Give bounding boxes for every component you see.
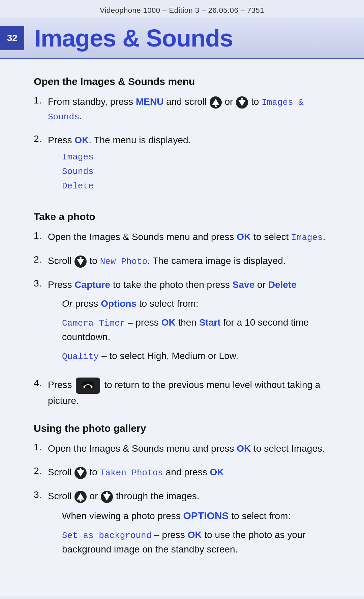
ok-keyword: OK: [161, 317, 176, 328]
start-keyword: Start: [199, 317, 221, 328]
capture-keyword: Capture: [74, 279, 110, 290]
options-caps-keyword: OPTIONS: [183, 510, 229, 521]
svg-rect-11: [91, 386, 92, 388]
phone-end-icon: [82, 381, 94, 389]
step-photo-4: 4. Press to return to the previous menu …: [34, 378, 337, 408]
or-options: Or press Options to select from:: [62, 297, 337, 311]
step-num: 2.: [34, 133, 48, 144]
svg-point-17: [80, 500, 82, 502]
step-photo-1: 1. Open the Images & Sounds menu and pre…: [34, 230, 337, 244]
step-num: 2.: [34, 254, 48, 265]
taken-photos-link: Taken Photos: [100, 468, 163, 478]
page-header: Videophone 1000 – Edition 3 – 26.05.06 –…: [0, 0, 364, 18]
section-open-menu: Open the Images & Sounds menu 1. From st…: [34, 76, 337, 196]
step-gallery-2: 2. Scroll to Taken Photos and press OK: [34, 465, 337, 480]
step-gallery-3: 3. Scroll or through the images. When vi…: [34, 489, 337, 561]
step-open-1: 1. From standby, press MENU and scroll o…: [34, 95, 337, 124]
step-open-2: 2. Press OK. The menu is displayed. Imag…: [34, 133, 337, 196]
step-content: Press OK. The menu is displayed. Images …: [48, 133, 191, 196]
step-content: From standby, press MENU and scroll or t…: [48, 95, 304, 124]
set-as-background-option: Set as background – press OK to use the …: [62, 528, 337, 557]
step-num: 3.: [34, 489, 48, 500]
step-content: Scroll to Taken Photos and press OK: [48, 465, 224, 480]
header-title: Videophone 1000 – Edition 3 – 26.05.06 –…: [100, 6, 264, 14]
menu-item-sounds: Sounds: [62, 165, 191, 178]
step-photo-3: 3. Press Capture to take the photo then …: [34, 278, 337, 368]
camera-timer-link: Camera Timer: [62, 318, 125, 328]
menu-item-images: Images: [62, 151, 191, 164]
set-as-background-link: Set as background: [62, 531, 151, 541]
section-heading-open-menu: Open the Images & Sounds menu: [34, 76, 337, 87]
ok-keyword: OK: [237, 443, 251, 454]
images-sounds-link: Images &Sounds: [48, 97, 304, 122]
section-take-photo: Take a photo 1. Open the Images & Sounds…: [34, 211, 337, 408]
save-keyword: Save: [233, 279, 254, 290]
ok-keyword: OK: [210, 467, 224, 477]
content-area: Open the Images & Sounds menu 1. From st…: [0, 59, 364, 596]
step-gallery-1: 1. Open the Images & Sounds menu and pre…: [34, 442, 337, 456]
svg-rect-10: [84, 386, 85, 388]
ok-keyword: OK: [237, 232, 251, 242]
step-num: 2.: [34, 465, 48, 476]
svg-point-20: [106, 492, 108, 494]
step-content: Press Capture to take the photo then pre…: [48, 278, 337, 368]
svg-point-8: [80, 257, 82, 259]
page-title: Images & Sounds: [34, 24, 233, 52]
quality-option: Quality – to select High, Medium or Low.: [62, 349, 337, 363]
delete-keyword: Delete: [268, 279, 297, 290]
menu-keyword: MENU: [136, 96, 163, 107]
images-link: Images: [291, 233, 323, 243]
scroll-down-icon: [74, 255, 87, 268]
scroll-down-icon: [236, 96, 248, 109]
step-content: Scroll or through the images. When viewi…: [48, 489, 337, 561]
menu-list: Images Sounds Delete: [62, 151, 191, 193]
step-num: 1.: [34, 230, 48, 241]
options-keyword: Options: [101, 298, 136, 309]
step-content: Open the Images & Sounds menu and press …: [48, 230, 326, 244]
options-line: When viewing a photo press OPTIONS to se…: [62, 508, 337, 523]
menu-item-delete: Delete: [62, 180, 191, 193]
ok-keyword: OK: [74, 135, 89, 145]
section-photo-gallery: Using the photo gallery 1. Open the Imag…: [34, 423, 337, 561]
step-num: 1.: [34, 442, 48, 453]
title-bar: 32 Images & Sounds: [0, 18, 364, 59]
step-num: 4.: [34, 378, 48, 389]
page-number: 32: [0, 26, 24, 50]
step-photo-2: 2. Scroll to New Photo. The camera image…: [34, 254, 337, 268]
step-num: 1.: [34, 95, 48, 106]
step-content: Open the Images & Sounds menu and press …: [48, 442, 325, 456]
scroll-up-icon: [74, 490, 87, 503]
back-button-icon: [76, 378, 100, 394]
or-text: Or: [62, 298, 72, 309]
quality-link: Quality: [62, 352, 99, 362]
svg-point-2: [215, 105, 217, 107]
step-content: Press to return to the previous menu lev…: [48, 378, 337, 408]
svg-point-14: [80, 468, 82, 470]
scroll-down-icon: [100, 490, 113, 503]
ok-keyword: OK: [188, 530, 202, 540]
step-content: Scroll to New Photo. The camera image is…: [48, 254, 286, 268]
section-heading-take-photo: Take a photo: [34, 211, 337, 222]
camera-timer-option: Camera Timer – press OK then Start for a…: [62, 316, 337, 344]
new-photo-link: New Photo: [100, 257, 147, 267]
svg-point-5: [241, 98, 243, 100]
step-num: 3.: [34, 278, 48, 289]
section-heading-gallery: Using the photo gallery: [34, 423, 337, 434]
scroll-down-icon: [74, 467, 87, 479]
scroll-up-icon: [209, 96, 222, 109]
